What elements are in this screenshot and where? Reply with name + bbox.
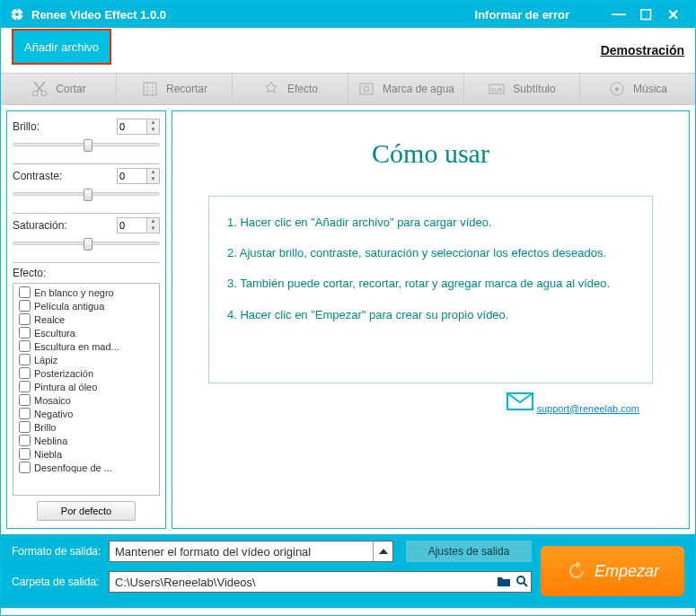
- folder-icon[interactable]: [495, 575, 513, 590]
- spin-up-icon[interactable]: ▲: [146, 119, 159, 127]
- how-to-title: Cómo usar: [208, 138, 653, 169]
- cut-icon: [31, 80, 48, 98]
- svg-text:SUB: SUB: [491, 87, 502, 92]
- effect-checkbox[interactable]: [19, 421, 31, 433]
- svg-rect-10: [144, 83, 156, 95]
- close-button[interactable]: ✕: [659, 6, 686, 23]
- start-button[interactable]: Empezar: [541, 546, 684, 596]
- app-title: Renee Video Effect 1.0.0: [31, 8, 166, 22]
- instruction-step: 3. También puede cortar, recortar, rotar…: [227, 276, 634, 292]
- contraste-spinner[interactable]: ▲▼: [117, 168, 160, 184]
- brillo-input[interactable]: [118, 119, 146, 134]
- saturacion-slider[interactable]: [13, 237, 160, 250]
- effect-checkbox[interactable]: [19, 448, 31, 460]
- brillo-label: Brillo:: [13, 120, 40, 133]
- effect-checkbox[interactable]: [19, 435, 31, 446]
- svg-line-21: [524, 583, 527, 586]
- effect-item[interactable]: Brillo: [15, 420, 157, 434]
- brillo-spinner[interactable]: ▲▼: [117, 119, 160, 135]
- effect-item[interactable]: Niebla: [15, 447, 157, 461]
- effect-item[interactable]: Realce: [15, 312, 157, 326]
- brillo-slider[interactable]: [13, 138, 160, 151]
- effect-checkbox[interactable]: [19, 462, 31, 473]
- instruction-step: 4. Hacer clic en "Empezar" para crear su…: [227, 307, 634, 323]
- report-error-link[interactable]: Informar de error: [475, 8, 569, 22]
- start-button-label: Empezar: [595, 562, 659, 581]
- mail-icon: [507, 392, 533, 410]
- format-selected-value: Mantener el formato del vídeo original: [110, 545, 373, 559]
- effect-label: Realce: [34, 314, 65, 325]
- contraste-input[interactable]: [118, 169, 146, 183]
- instruction-step: 1. Hacer clic en "Añadir archivo" para c…: [227, 215, 634, 231]
- spin-up-icon[interactable]: ▲: [146, 218, 159, 225]
- effect-label: Niebla: [34, 449, 62, 460]
- output-settings-button[interactable]: Ajustes de salida: [406, 541, 532, 562]
- watermark-icon: [357, 80, 375, 98]
- effect-checkbox[interactable]: [19, 394, 31, 406]
- saturacion-spinner[interactable]: ▲▼: [117, 217, 160, 233]
- saturacion-label: Saturación:: [13, 219, 67, 232]
- effect-item[interactable]: Escultura: [15, 326, 157, 339]
- tab-marca-de-agua[interactable]: Marca de agua: [348, 74, 464, 104]
- music-icon: [608, 80, 626, 98]
- effect-checkbox[interactable]: [19, 340, 31, 352]
- search-icon[interactable]: [513, 575, 531, 590]
- output-folder-value: C:\Users\Reneelab\Videos\: [110, 576, 495, 589]
- tab-label: Marca de agua: [383, 83, 454, 95]
- format-select[interactable]: Mantener el formato del vídeo original: [109, 541, 393, 562]
- effect-item[interactable]: Lápiz: [15, 353, 157, 366]
- effect-item[interactable]: Neblina: [15, 434, 157, 447]
- effect-item[interactable]: Pintura al óleo: [15, 380, 157, 393]
- minimize-button[interactable]: —: [605, 6, 632, 22]
- main-panel: Cómo usar 1. Hacer clic en "Añadir archi…: [172, 110, 690, 529]
- effect-checkbox[interactable]: [19, 300, 31, 312]
- default-button[interactable]: Por defecto: [37, 501, 136, 521]
- effect-checkbox[interactable]: [19, 286, 31, 298]
- effect-item[interactable]: Negativo: [15, 407, 157, 420]
- svg-point-1: [15, 13, 19, 16]
- tab-label: Música: [633, 83, 667, 95]
- effect-checkbox[interactable]: [19, 408, 31, 419]
- instructions-box: 1. Hacer clic en "Añadir archivo" para c…: [208, 196, 653, 383]
- spin-down-icon[interactable]: ▼: [146, 225, 159, 233]
- contraste-label: Contraste:: [13, 170, 62, 182]
- tabs: Cortar Recortar Efecto Marca de agua SUB…: [1, 73, 695, 105]
- effect-item[interactable]: Mosaico: [15, 393, 157, 407]
- spin-up-icon[interactable]: ▲: [146, 169, 159, 176]
- demo-link[interactable]: Demostración: [601, 43, 684, 57]
- topbar: Añadir archivo Demostración: [1, 28, 695, 73]
- add-file-button[interactable]: Añadir archivo: [12, 29, 111, 65]
- effect-label: Negativo: [34, 409, 73, 419]
- tab-efecto[interactable]: Efecto: [233, 74, 348, 104]
- effect-item[interactable]: Posterización: [15, 366, 157, 380]
- dropdown-arrow-icon[interactable]: [373, 541, 392, 561]
- effect-checkbox[interactable]: [19, 313, 31, 325]
- effect-item[interactable]: Desenfoque de ...: [15, 461, 157, 474]
- tab-subtitulo[interactable]: SUB Subtítulo: [464, 74, 580, 104]
- output-folder-field[interactable]: C:\Users\Reneelab\Videos\: [109, 571, 532, 593]
- effect-item[interactable]: En blanco y negro: [15, 286, 157, 299]
- tab-label: Efecto: [287, 83, 318, 95]
- effect-item[interactable]: Escultura en mad...: [15, 339, 157, 353]
- effect-checkbox[interactable]: [19, 327, 31, 339]
- effect-label: Posterización: [34, 368, 93, 379]
- effect-label: Lápiz: [34, 355, 57, 365]
- effect-label: Brillo: [34, 422, 56, 433]
- effect-item[interactable]: Película antigua: [15, 299, 157, 312]
- effect-checkbox[interactable]: [19, 381, 31, 392]
- maximize-button[interactable]: ☐: [632, 6, 659, 23]
- support-email-link[interactable]: support@reneelab.com: [536, 403, 639, 414]
- spin-down-icon[interactable]: ▼: [146, 127, 159, 134]
- tab-recortar[interactable]: Recortar: [117, 74, 233, 104]
- effect-label: Neblina: [34, 436, 67, 446]
- tab-musica[interactable]: Música: [580, 74, 695, 104]
- contraste-slider[interactable]: [13, 188, 160, 200]
- saturacion-input[interactable]: [118, 218, 146, 233]
- spin-down-icon[interactable]: ▼: [146, 176, 159, 183]
- effect-checkbox[interactable]: [19, 354, 31, 365]
- effect-list[interactable]: En blanco y negroPelícula antiguaRealceE…: [13, 283, 160, 496]
- sidebar: Brillo: ▲▼ Contraste: ▲▼ Saturació: [6, 110, 166, 529]
- carpeta-label: Carpeta de salida:: [12, 576, 103, 588]
- effect-checkbox[interactable]: [19, 367, 31, 379]
- tab-cortar[interactable]: Cortar: [1, 74, 117, 104]
